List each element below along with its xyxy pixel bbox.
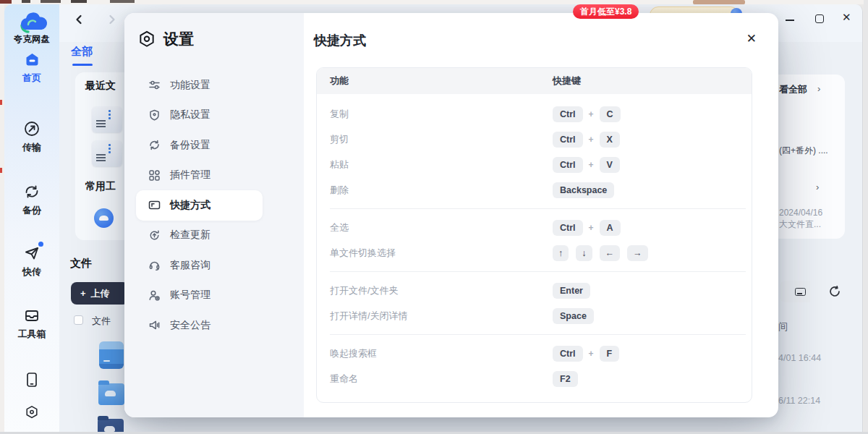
timestamp: 6/11 22:14 bbox=[778, 396, 820, 406]
modal-close-button[interactable]: ✕ bbox=[746, 33, 757, 45]
settings-menu-item-account[interactable]: 账号管理 bbox=[124, 281, 304, 311]
home-icon bbox=[23, 51, 41, 68]
shortcuts-table: 功能 快捷键 复制 Ctrl+C 剪切 Ctrl+X 粘贴 Ctrl+V bbox=[316, 67, 752, 403]
plus-separator: + bbox=[589, 223, 594, 233]
app-window: 夸克网盘 首页 传输 备份 bbox=[4, 4, 863, 432]
settings-menu: 功能设置 隐私设置 备份设置 bbox=[124, 70, 304, 341]
desktop-right-margin bbox=[864, 0, 868, 434]
table-row: 打开文件/文件夹 Enter bbox=[317, 278, 752, 303]
menu-item-label: 账号管理 bbox=[170, 289, 210, 302]
folder-icon[interactable] bbox=[98, 383, 124, 405]
app-name: 夸克网盘 bbox=[4, 33, 59, 46]
gear-icon bbox=[25, 405, 39, 420]
select-all-checkbox[interactable] bbox=[74, 315, 83, 325]
settings-menu-item-security[interactable]: 安全公告 bbox=[124, 310, 304, 341]
recent-files-title: 最近文 bbox=[85, 80, 116, 93]
table-row: 全选 Ctrl+A bbox=[317, 215, 752, 240]
settings-menu-item-function[interactable]: 功能设置 bbox=[124, 70, 304, 101]
shortcut-label: 打开详情/关闭详情 bbox=[330, 310, 553, 323]
sidebar-item-backup[interactable]: 备份 bbox=[4, 183, 59, 217]
sidebar-item-label: 工具箱 bbox=[18, 328, 46, 341]
shortcut-label: 剪切 bbox=[330, 133, 553, 146]
column-header-function: 功能 bbox=[330, 75, 349, 88]
toolbox-icon bbox=[23, 307, 41, 324]
key-badge-arrow-up: ↑ bbox=[553, 245, 569, 261]
shortcut-label: 复制 bbox=[330, 108, 553, 121]
sidebar-item-home[interactable]: 首页 bbox=[4, 51, 59, 85]
file-thumbnail[interactable] bbox=[92, 140, 122, 166]
background-window-fragment bbox=[71, 0, 87, 3]
sidebar-item-quick-send[interactable]: 快传 bbox=[4, 244, 59, 278]
nav-back-button[interactable] bbox=[72, 13, 85, 26]
menu-item-label: 插件管理 bbox=[170, 169, 210, 182]
timestamp: 4/01 16:44 bbox=[778, 353, 821, 363]
window-close-button[interactable]: ✕ bbox=[842, 11, 851, 24]
settings-menu-item-privacy[interactable]: 隐私设置 bbox=[124, 101, 304, 131]
shortcut-label: 单文件切换选择 bbox=[330, 247, 553, 260]
shortcut-label: 重命名 bbox=[330, 373, 553, 386]
headset-icon bbox=[148, 259, 161, 271]
settings-menu-item-shortcuts[interactable]: 快捷方式 bbox=[136, 190, 263, 221]
sidebar: 夸克网盘 首页 传输 备份 bbox=[4, 4, 59, 432]
settings-menu-item-update[interactable]: 检查更新 bbox=[124, 221, 304, 251]
refresh-button[interactable] bbox=[828, 285, 841, 298]
transfer-icon bbox=[23, 120, 41, 137]
chevron-left-icon bbox=[75, 14, 83, 25]
column-header-shortcut: 快捷键 bbox=[553, 75, 581, 88]
key-badge: Ctrl bbox=[553, 132, 583, 148]
tool-app-icon[interactable] bbox=[94, 208, 114, 228]
shortcut-label: 粘贴 bbox=[330, 158, 553, 171]
sidebar-item-label: 首页 bbox=[22, 72, 41, 85]
file-thumbnail[interactable] bbox=[92, 106, 122, 132]
group-divider bbox=[330, 208, 746, 209]
file-text-fragment: 大文件直... bbox=[779, 218, 821, 231]
file-name-fragment: (四+番外) .... bbox=[779, 145, 828, 157]
promo-badge[interactable]: 首月低至¥3.8 bbox=[573, 4, 639, 19]
nav-forward-button[interactable] bbox=[106, 13, 119, 26]
key-badge: Backspace bbox=[553, 182, 614, 198]
gear-icon bbox=[137, 30, 156, 48]
settings-menu-item-support[interactable]: 客服咨询 bbox=[124, 250, 304, 281]
table-body: 复制 Ctrl+C 剪切 Ctrl+X 粘贴 Ctrl+V 删除 Backspa… bbox=[317, 94, 752, 391]
sidebar-item-transfer[interactable]: 传输 bbox=[4, 120, 59, 154]
backup-drive-icon[interactable] bbox=[99, 341, 124, 369]
key-badge-arrow-right: → bbox=[627, 245, 648, 261]
menu-item-label: 备份设置 bbox=[170, 139, 210, 152]
view-toggle-button[interactable] bbox=[780, 281, 810, 302]
folder-icon[interactable] bbox=[98, 419, 124, 432]
group-divider bbox=[330, 271, 746, 272]
tab-all[interactable]: 全部 bbox=[71, 45, 93, 59]
files-section-title: 文件 bbox=[70, 257, 92, 271]
plus-separator: + bbox=[589, 135, 594, 145]
key-badge: V bbox=[600, 157, 620, 173]
settings-title: 设置 bbox=[163, 29, 194, 49]
shortcut-label: 唤起搜索框 bbox=[330, 347, 553, 360]
key-badge: F2 bbox=[553, 371, 578, 387]
chevron-right-icon: › bbox=[817, 83, 820, 94]
plus-separator: + bbox=[589, 160, 594, 170]
view-all-link[interactable]: 看全部 bbox=[779, 83, 807, 96]
settings-menu-item-backup[interactable]: 备份设置 bbox=[124, 130, 304, 161]
window-maximize-button[interactable] bbox=[815, 14, 824, 23]
chevron-right-icon: › bbox=[816, 182, 819, 192]
file-column-label: 文件 bbox=[92, 315, 111, 328]
key-badge: C bbox=[600, 106, 621, 122]
sidebar-item-toolbox[interactable]: 工具箱 bbox=[4, 307, 59, 341]
table-header: 功能 快捷键 bbox=[317, 68, 752, 94]
settings-button[interactable] bbox=[25, 405, 39, 420]
update-icon bbox=[148, 229, 161, 242]
panel-title: 快捷方式 bbox=[314, 32, 366, 49]
table-row: 单文件切换选择 ↑ ↓ ← → bbox=[317, 240, 752, 265]
mobile-device-button[interactable] bbox=[25, 372, 39, 388]
upload-button[interactable]: + 上传 bbox=[71, 282, 129, 305]
key-badge: Enter bbox=[553, 283, 590, 299]
app-logo[interactable]: 夸克网盘 bbox=[4, 10, 59, 46]
shortcut-label: 删除 bbox=[330, 184, 553, 197]
menu-item-label: 安全公告 bbox=[170, 319, 210, 332]
key-badge: Ctrl bbox=[553, 106, 583, 122]
window-minimize-button[interactable] bbox=[786, 20, 794, 21]
settings-panel: 快捷方式 ✕ 功能 快捷键 复制 Ctrl+C 剪切 Ctrl+X bbox=[304, 13, 778, 417]
time-column-fragment: 间 bbox=[778, 320, 788, 333]
refresh-icon bbox=[828, 285, 841, 298]
settings-menu-item-plugins[interactable]: 插件管理 bbox=[124, 161, 304, 191]
